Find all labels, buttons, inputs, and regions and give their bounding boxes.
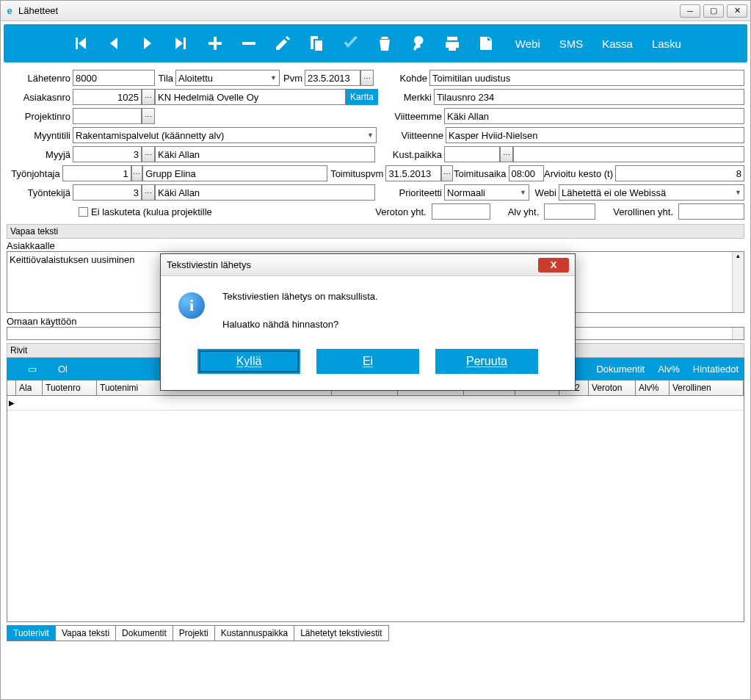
minimize-button[interactable]: ─: [680, 4, 700, 18]
input-lahetenro[interactable]: [73, 70, 155, 86]
label-prioriteetti: Prioriteetti: [375, 187, 444, 198]
key-icon[interactable]: [408, 32, 429, 55]
input-toimitusaika[interactable]: [509, 165, 544, 181]
grid-col-tuotenro[interactable]: Tuotenro: [43, 380, 97, 395]
label-verollinen-yht: Verollinen yht.: [613, 206, 675, 217]
dialog-cancel-button[interactable]: Peruuta: [435, 349, 538, 374]
maximize-button[interactable]: ▢: [703, 4, 724, 18]
scrollbar[interactable]: [732, 328, 744, 339]
label-lahetenro: Lähetenro: [7, 73, 73, 84]
tab-vapaa-teksti[interactable]: Vapaa teksti: [55, 625, 116, 641]
input-kust-paikka[interactable]: [444, 146, 500, 162]
asiakasnro-lookup[interactable]: ⋯: [142, 89, 155, 105]
rivit-window-icon[interactable]: ▭: [7, 364, 58, 375]
label-toimituspvm: Toimituspvm: [327, 168, 385, 179]
first-icon[interactable]: [70, 32, 90, 55]
trash-icon[interactable]: [374, 32, 395, 55]
print-icon[interactable]: [442, 32, 462, 55]
dialog-no-button[interactable]: Ei: [316, 349, 419, 374]
grid-col-ala[interactable]: Ala: [16, 380, 43, 395]
kartta-button[interactable]: Kartta: [346, 89, 378, 105]
add-icon[interactable]: [205, 32, 225, 55]
bottom-tabs: Tuoterivit Vapaa teksti Dokumentit Proje…: [7, 625, 744, 641]
input-kust-paikka-name[interactable]: [513, 146, 744, 162]
label-kust-paikka: Kust.paikka: [375, 149, 444, 160]
edit-icon[interactable]: [272, 32, 293, 55]
input-myyja-nro[interactable]: [73, 146, 142, 162]
input-tyonjohtaja-nro[interactable]: [62, 165, 131, 181]
label-toimitusaika: Toimitusaika: [453, 168, 509, 179]
input-arvioitu-kesto[interactable]: [615, 165, 744, 181]
label-arvioitu-kesto: Arvioitu kesto (t): [544, 168, 615, 179]
last-icon[interactable]: [171, 32, 192, 55]
input-tyontekija-nimi[interactable]: [155, 184, 375, 201]
tyontekija-lookup[interactable]: ⋯: [142, 184, 155, 201]
input-asiakasnro[interactable]: [73, 89, 142, 105]
grid-col-alv[interactable]: Alv%: [636, 380, 670, 395]
toolbar-kassa[interactable]: Kassa: [602, 37, 633, 50]
projektinro-lookup[interactable]: ⋯: [142, 108, 155, 124]
label-webi: Webi: [529, 187, 559, 198]
input-tyonjohtaja-nimi[interactable]: [142, 165, 327, 181]
select-webi-status[interactable]: Lähetettä ei ole Webissä: [559, 184, 744, 201]
prev-icon[interactable]: [104, 32, 124, 55]
label-tila: Tila: [155, 73, 175, 84]
pvm-picker[interactable]: ⋯: [360, 70, 374, 86]
input-tyontekija-nro[interactable]: [73, 184, 142, 201]
label-pvm: Pvm: [280, 73, 305, 84]
tyonjohtaja-lookup[interactable]: ⋯: [131, 165, 142, 181]
kust-paikka-lookup[interactable]: ⋯: [500, 146, 513, 162]
grid-col-marker: [7, 380, 16, 395]
checkbox-ei-laskuteta[interactable]: [79, 207, 88, 217]
tab-kustannuspaikka[interactable]: Kustannuspaikka: [214, 625, 294, 641]
input-merkki[interactable]: [434, 89, 744, 105]
input-verollinen-yht: [678, 203, 744, 220]
toolbar-lasku[interactable]: Lasku: [652, 37, 681, 50]
input-kohde[interactable]: [429, 70, 744, 86]
input-alv-yht: [544, 203, 595, 220]
grid-row[interactable]: ▶: [7, 396, 744, 411]
next-icon[interactable]: [137, 32, 158, 55]
rivit-alv[interactable]: Alv%: [658, 364, 680, 375]
toimituspvm-picker[interactable]: ⋯: [441, 165, 452, 181]
tab-projekti[interactable]: Projekti: [173, 625, 215, 641]
rivit-hintatiedot[interactable]: Hintatiedot: [693, 364, 739, 375]
rivit-dokumentit[interactable]: Dokumentit: [596, 364, 645, 375]
dialog-yes-button[interactable]: Kyllä: [197, 349, 300, 374]
grid-col-verollinen[interactable]: Verollinen: [670, 380, 744, 395]
check-icon[interactable]: [341, 32, 361, 55]
input-projektinro[interactable]: [73, 108, 142, 124]
close-button[interactable]: ✕: [727, 4, 747, 18]
tab-dokumentit[interactable]: Dokumentit: [115, 625, 173, 641]
input-myyja-nimi[interactable]: [155, 146, 375, 162]
myyja-lookup[interactable]: ⋯: [142, 146, 155, 162]
input-viitteemme[interactable]: [444, 108, 744, 124]
select-tila[interactable]: Aloitettu: [175, 70, 280, 86]
label-alv-yht: Alv yht.: [508, 206, 542, 217]
copy-icon[interactable]: [306, 32, 327, 55]
select-prioriteetti[interactable]: Normaali: [444, 184, 529, 201]
grid-col-veroton[interactable]: Veroton: [589, 380, 636, 395]
label-tyonjohtaja: Työnjohtaja: [7, 168, 62, 179]
label-viitteemme: Viitteemme: [375, 111, 444, 122]
input-pvm[interactable]: [305, 70, 360, 86]
input-viitteenne[interactable]: [446, 127, 744, 143]
toolbar-sms[interactable]: SMS: [559, 37, 584, 50]
main-toolbar: Webi SMS Kassa Lasku: [4, 24, 747, 62]
label-myyntitili: Myyntitili: [7, 130, 73, 141]
dialog-close-button[interactable]: X: [538, 258, 569, 273]
tab-tekstiviestit[interactable]: Lähetetyt tekstiviestit: [294, 625, 388, 641]
scrollbar[interactable]: ▴: [732, 252, 744, 312]
export-icon[interactable]: [476, 32, 496, 55]
toolbar-webi[interactable]: Webi: [515, 37, 540, 50]
label-ei-laskuteta: Ei laskuteta (kulua projektille: [91, 206, 212, 217]
rivit-ol[interactable]: Ol: [58, 364, 153, 375]
input-toimituspvm[interactable]: [385, 165, 441, 181]
rivit-grid[interactable]: Ala Tuotenro Tuotenimi Ale2 Veroton Alv%…: [7, 380, 744, 622]
titlebar: e Lähetteet ─ ▢ ✕: [1, 1, 750, 21]
app-icon: e: [4, 5, 15, 17]
remove-icon[interactable]: [239, 32, 259, 55]
tab-tuoterivit[interactable]: Tuoterivit: [7, 625, 56, 641]
input-asiakas-nimi[interactable]: [155, 89, 346, 105]
select-myyntitili[interactable]: Rakentamispalvelut (käännetty alv): [73, 127, 377, 143]
